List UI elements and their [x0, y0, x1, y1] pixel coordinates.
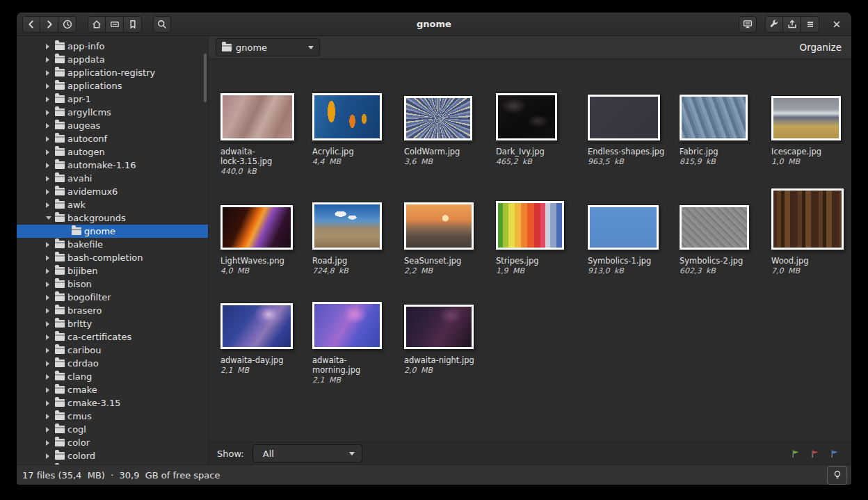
sidebar-item-application-registry[interactable]: application-registry [17, 66, 208, 79]
chevron-right-icon[interactable] [46, 282, 53, 287]
close-button[interactable] [828, 16, 846, 33]
file-thumbnail[interactable] [404, 202, 474, 250]
file-item[interactable]: ColdWarm.jpg3,6 MB [404, 76, 496, 177]
search-button[interactable] [153, 16, 171, 33]
chevron-right-icon[interactable] [46, 321, 53, 327]
sidebar-item-argyllcms[interactable]: argyllcms [17, 106, 208, 119]
chevron-right-icon[interactable] [46, 163, 53, 168]
chevron-right-icon[interactable] [46, 453, 53, 459]
history-button[interactable] [58, 16, 77, 33]
sidebar-item-avahi[interactable]: avahi [17, 172, 208, 185]
sidebar-item-autoconf[interactable]: autoconf [17, 132, 208, 145]
show-filter-dropdown[interactable]: All [252, 444, 362, 462]
flag-filter-button-1[interactable] [810, 449, 821, 459]
sidebar-item-bijiben[interactable]: bijiben [17, 264, 208, 277]
file-thumbnail[interactable] [771, 96, 841, 140]
sidebar-item-com.github.bilelmoussaoui.Audi[interactable]: com.github.bilelmoussaoui.Audi [17, 462, 208, 465]
home-button[interactable] [88, 16, 106, 33]
sidebar-item-cmus[interactable]: cmus [17, 410, 208, 423]
flag-filter-button-2[interactable] [830, 449, 840, 459]
chevron-right-icon[interactable] [46, 83, 53, 89]
file-item[interactable]: Endless-shapes.jpg963,5 kB [588, 76, 680, 177]
sidebar-item-app-info[interactable]: app-info [17, 40, 208, 53]
file-thumbnail[interactable] [496, 93, 557, 140]
file-item[interactable]: SeaSunset.jpg2,2 MB [404, 186, 496, 276]
bookmark-button[interactable] [124, 16, 142, 33]
sidebar-item-colord[interactable]: colord [17, 449, 208, 462]
drives-button[interactable] [106, 16, 124, 33]
sidebar-item-cdrdao[interactable]: cdrdao [17, 357, 208, 370]
chevron-right-icon[interactable] [46, 202, 53, 208]
chevron-right-icon[interactable] [46, 414, 53, 419]
file-item[interactable]: Icescape.jpg1,0 MB [771, 76, 851, 177]
menu-button[interactable] [801, 16, 819, 33]
chevron-right-icon[interactable] [46, 176, 53, 182]
chevron-right-icon[interactable] [46, 57, 53, 63]
sidebar-item-awk[interactable]: awk [17, 198, 208, 211]
file-thumbnail[interactable] [680, 205, 749, 250]
file-thumbnail[interactable] [220, 303, 293, 349]
chevron-right-icon[interactable] [46, 440, 53, 446]
chevron-right-icon[interactable] [46, 70, 53, 76]
sidebar-item-color[interactable]: color [17, 436, 208, 449]
sidebar-item-brasero[interactable]: brasero [17, 304, 208, 317]
file-thumbnail[interactable] [220, 93, 294, 140]
file-item[interactable]: Fabric.jpg815,9 kB [680, 76, 771, 177]
sidebar-item-applications[interactable]: applications [17, 79, 208, 92]
chevron-right-icon[interactable] [46, 123, 53, 129]
sidebar-item-avidemux6[interactable]: avidemux6 [17, 185, 208, 198]
chevron-right-icon[interactable] [46, 427, 53, 433]
sidebar-item-gnome[interactable]: gnome [17, 225, 208, 238]
file-item[interactable]: Stripes.jpg1,9 MB [496, 186, 588, 276]
chevron-right-icon[interactable] [46, 189, 53, 195]
chevron-down-icon[interactable] [46, 216, 53, 220]
file-thumbnail[interactable] [496, 201, 564, 250]
chevron-right-icon[interactable] [46, 348, 53, 353]
file-thumbnail[interactable] [588, 95, 660, 140]
sidebar-item-augeas[interactable]: augeas [17, 119, 208, 132]
forward-button[interactable] [40, 16, 58, 33]
chevron-right-icon[interactable] [46, 295, 53, 300]
file-item[interactable]: Symbolics-1.jpg913,0 kB [588, 186, 680, 276]
presentation-button[interactable] [739, 16, 757, 33]
sidebar-scrollbar[interactable] [204, 54, 207, 102]
file-item[interactable]: Dark_Ivy.jpg465,2 kB [496, 76, 588, 177]
sidebar-item-bison[interactable]: bison [17, 277, 208, 291]
sidebar-item-backgrounds[interactable]: backgrounds [17, 211, 208, 225]
chevron-right-icon[interactable] [46, 334, 53, 340]
file-item[interactable]: Wood.jpg7,0 MB [771, 186, 851, 276]
sidebar-item-bash-completion[interactable]: bash-completion [17, 251, 208, 264]
file-item[interactable]: Road.jpg724,8 kB [312, 186, 404, 276]
file-item[interactable]: adwaita-morning.jpg2,1 MB [312, 285, 404, 385]
sidebar-item-caribou[interactable]: caribou [17, 344, 208, 357]
tip-button[interactable] [827, 466, 847, 485]
file-item[interactable]: adwaita-lock-3.15.jpg440,0 kB [220, 76, 312, 177]
sidebar-item-appdata[interactable]: appdata [17, 53, 208, 66]
file-item[interactable]: adwaita-night.jpg2,0 MB [404, 285, 496, 385]
sidebar-item-bakefile[interactable]: bakefile [17, 238, 208, 251]
tools-button[interactable] [765, 16, 783, 33]
file-thumbnail[interactable] [680, 95, 748, 140]
file-thumbnail[interactable] [220, 205, 293, 250]
sidebar-item-ca-certificates[interactable]: ca-certificates [17, 330, 208, 344]
chevron-right-icon[interactable] [46, 387, 53, 393]
file-thumbnail[interactable] [588, 205, 659, 250]
sidebar-item-cmake-3.15[interactable]: cmake-3.15 [17, 396, 208, 410]
sidebar-item-clang[interactable]: clang [17, 370, 208, 383]
share-button[interactable] [783, 16, 801, 33]
chevron-right-icon[interactable] [46, 44, 53, 49]
organize-button[interactable]: Organize [797, 39, 844, 56]
chevron-right-icon[interactable] [46, 255, 53, 261]
chevron-right-icon[interactable] [46, 268, 53, 274]
location-dropdown[interactable]: gnome [216, 38, 320, 56]
file-thumbnail[interactable] [312, 93, 382, 140]
chevron-right-icon[interactable] [46, 97, 53, 102]
flag-filter-button-0[interactable] [791, 449, 801, 459]
file-thumbnail[interactable] [404, 305, 474, 349]
file-item[interactable]: adwaita-day.jpg2,1 MB [220, 285, 312, 385]
file-thumbnail[interactable] [312, 302, 382, 349]
sidebar-item-brltty[interactable]: brltty [17, 317, 208, 330]
sidebar-item-bogofilter[interactable]: bogofilter [17, 291, 208, 304]
sidebar-item-cogl[interactable]: cogl [17, 423, 208, 436]
sidebar-item-cmake[interactable]: cmake [17, 383, 208, 396]
